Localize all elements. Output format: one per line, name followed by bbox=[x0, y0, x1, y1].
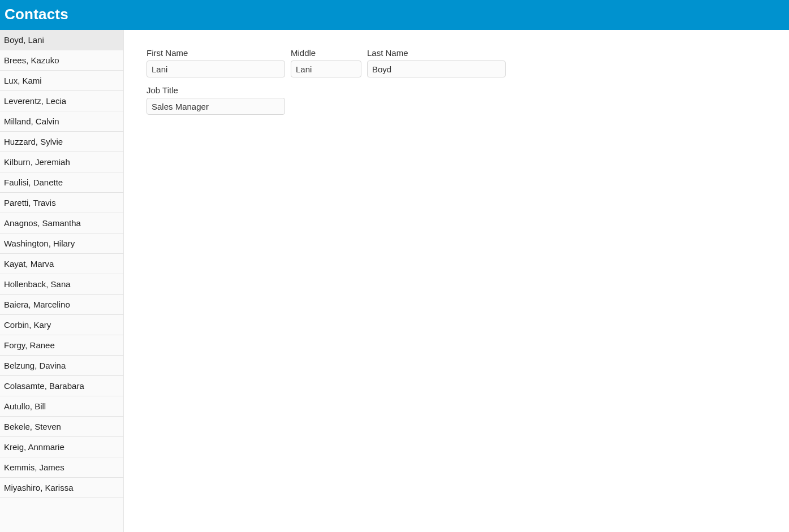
contact-list-item[interactable]: Paretti, Travis bbox=[0, 193, 123, 213]
contact-detail-panel: First Name Middle Last Name Job Title bbox=[124, 30, 789, 532]
page-title: Contacts bbox=[5, 6, 784, 23]
contacts-sidebar[interactable]: Boyd, LaniBrees, KazukoLux, KamiLeverent… bbox=[0, 30, 124, 532]
last-name-label: Last Name bbox=[367, 48, 506, 58]
contact-list-item[interactable]: Faulisi, Danette bbox=[0, 172, 123, 193]
middle-name-input[interactable] bbox=[291, 60, 361, 77]
job-row: Job Title bbox=[146, 85, 789, 115]
first-name-label: First Name bbox=[146, 48, 285, 58]
contact-list-item[interactable]: Milland, Calvin bbox=[0, 111, 123, 132]
contact-list-item[interactable]: Huzzard, Sylvie bbox=[0, 132, 123, 152]
contact-list-item[interactable]: Baiera, Marcelino bbox=[0, 295, 123, 315]
contact-list-item[interactable]: Leverentz, Lecia bbox=[0, 91, 123, 111]
contact-list-item[interactable]: Forgy, Ranee bbox=[0, 335, 123, 356]
contact-list-item[interactable]: Hollenback, Sana bbox=[0, 274, 123, 295]
contact-list-item[interactable]: Bekele, Steven bbox=[0, 417, 123, 437]
contact-list-item[interactable]: Autullo, Bill bbox=[0, 396, 123, 417]
contact-list-item[interactable]: Belzung, Davina bbox=[0, 356, 123, 376]
contact-list-item[interactable]: Kemmis, James bbox=[0, 457, 123, 478]
job-title-input[interactable] bbox=[146, 98, 285, 115]
contact-list-item[interactable]: Anagnos, Samantha bbox=[0, 213, 123, 233]
first-name-group: First Name bbox=[146, 48, 285, 77]
middle-name-group: Middle bbox=[291, 48, 361, 77]
contact-list-item[interactable]: Brees, Kazuko bbox=[0, 50, 123, 71]
app-root: Contacts Boyd, LaniBrees, KazukoLux, Kam… bbox=[0, 0, 789, 532]
last-name-group: Last Name bbox=[367, 48, 506, 77]
job-title-group: Job Title bbox=[146, 85, 285, 115]
contact-list-item[interactable]: Miyashiro, Karissa bbox=[0, 478, 123, 498]
contact-list-item[interactable]: Boyd, Lani bbox=[0, 30, 123, 50]
contact-list-item[interactable]: Corbin, Kary bbox=[0, 315, 123, 335]
contact-list-item[interactable]: Colasamte, Barabara bbox=[0, 376, 123, 396]
first-name-input[interactable] bbox=[146, 60, 285, 77]
contact-list-item[interactable]: Kilburn, Jeremiah bbox=[0, 152, 123, 172]
contact-list-item[interactable]: Lux, Kami bbox=[0, 71, 123, 91]
job-title-label: Job Title bbox=[146, 85, 285, 95]
contact-list-item[interactable]: Washington, Hilary bbox=[0, 233, 123, 254]
app-header: Contacts bbox=[0, 0, 789, 30]
name-row: First Name Middle Last Name bbox=[146, 48, 789, 77]
app-body: Boyd, LaniBrees, KazukoLux, KamiLeverent… bbox=[0, 30, 789, 532]
contact-list-item[interactable]: Kayat, Marva bbox=[0, 254, 123, 274]
contact-list-item[interactable]: Kreig, Annmarie bbox=[0, 437, 123, 457]
middle-name-label: Middle bbox=[291, 48, 361, 58]
last-name-input[interactable] bbox=[367, 60, 506, 77]
